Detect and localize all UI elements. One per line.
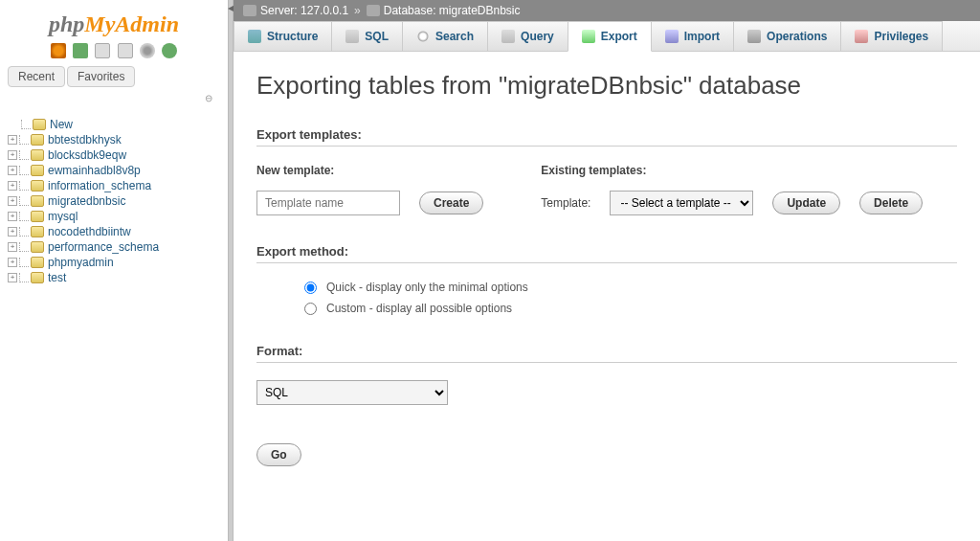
- tab-operations[interactable]: Operations: [733, 21, 841, 51]
- breadcrumb-server-label: Server:: [260, 4, 298, 17]
- logo-admin: Admin: [115, 11, 179, 36]
- logo-php: php: [49, 11, 84, 36]
- custom-radio[interactable]: [304, 303, 317, 315]
- tab-privileges[interactable]: Privileges: [840, 21, 943, 51]
- tree-new-label: New: [50, 118, 73, 131]
- home-icon[interactable]: [51, 43, 66, 58]
- collapse-icon[interactable]: ⊖: [8, 91, 220, 109]
- delete-button[interactable]: Delete: [859, 192, 923, 214]
- quick-radio[interactable]: [304, 282, 317, 294]
- expand-icon[interactable]: +: [8, 135, 17, 145]
- export-icon: [582, 30, 595, 43]
- tree-db-item[interactable]: +nocodethdbiintw: [8, 224, 220, 239]
- expand-icon[interactable]: +: [8, 227, 17, 237]
- format-title: Format:: [256, 344, 957, 363]
- logo-my: My: [84, 11, 115, 36]
- tree-db-item[interactable]: +phpmyadmin: [8, 255, 220, 270]
- query-icon: [501, 30, 515, 43]
- sidebar: phpMyAdmin Recent Favorites ⊖ New +bbtes…: [0, 0, 228, 541]
- database-icon: [31, 241, 44, 253]
- operations-icon: [747, 30, 761, 43]
- logo[interactable]: phpMyAdmin: [8, 6, 220, 39]
- expand-icon[interactable]: +: [8, 181, 17, 191]
- recent-tab[interactable]: Recent: [8, 66, 65, 87]
- export-templates-title: Export templates:: [256, 127, 957, 147]
- settings-icon[interactable]: [140, 43, 155, 58]
- update-button[interactable]: Update: [772, 192, 840, 214]
- database-icon: [31, 211, 44, 222]
- search-icon: [416, 30, 430, 43]
- tab-query[interactable]: Query: [487, 21, 568, 51]
- breadcrumb: Server: 127.0.0.1 » Database: migrateDBn…: [234, 0, 980, 21]
- expand-icon[interactable]: +: [8, 166, 17, 175]
- database-icon: [31, 134, 44, 146]
- tree-db-item[interactable]: +performance_schema: [8, 239, 220, 255]
- tab-export[interactable]: Export: [568, 21, 652, 52]
- sql-icon: [345, 30, 359, 43]
- tree-db-item[interactable]: +mysql: [8, 209, 220, 224]
- expand-icon[interactable]: +: [8, 242, 17, 252]
- structure-icon: [248, 30, 261, 43]
- expand-icon[interactable]: +: [8, 258, 17, 267]
- breadcrumb-server-value[interactable]: 127.0.0.1: [301, 4, 348, 17]
- new-template-label: New template:: [256, 164, 483, 177]
- tree-db-item[interactable]: +information_schema: [8, 178, 220, 193]
- tree-db-item[interactable]: +test: [8, 270, 220, 285]
- existing-templates-label: Existing templates:: [541, 164, 923, 177]
- format-select[interactable]: SQL: [256, 380, 448, 405]
- tree-db-item[interactable]: +bbtestdbkhysk: [8, 132, 220, 147]
- tree-db-item[interactable]: +blocksdbk9eqw: [8, 147, 220, 163]
- privileges-icon: [855, 30, 868, 43]
- database-icon: [31, 195, 44, 207]
- favorites-tab[interactable]: Favorites: [67, 66, 135, 87]
- tab-import[interactable]: Import: [651, 21, 734, 51]
- sql-icon[interactable]: [118, 43, 133, 58]
- tabs: Structure SQL Search Query Export Import…: [234, 21, 980, 52]
- content: Exporting tables from "migrateDBnbsic" d…: [234, 52, 980, 541]
- logout-icon[interactable]: [73, 43, 88, 58]
- database-icon: [31, 226, 44, 237]
- template-select[interactable]: -- Select a template --: [610, 191, 753, 215]
- tree-db-item[interactable]: +migratedbnbsic: [8, 193, 220, 209]
- tab-search[interactable]: Search: [402, 21, 488, 51]
- page-title: Exporting tables from "migrateDBnbsic" d…: [256, 71, 957, 101]
- docs-icon[interactable]: [95, 43, 110, 58]
- template-select-label: Template:: [541, 196, 590, 210]
- tree-new[interactable]: New: [8, 117, 220, 132]
- tab-sql[interactable]: SQL: [331, 21, 403, 51]
- expand-icon[interactable]: +: [8, 212, 17, 221]
- expand-icon[interactable]: +: [8, 196, 17, 206]
- sidebar-toolbar: [8, 39, 220, 66]
- server-icon: [243, 5, 256, 16]
- tab-structure[interactable]: Structure: [234, 21, 332, 51]
- main-panel: Server: 127.0.0.1 » Database: migrateDBn…: [234, 0, 980, 541]
- template-name-input[interactable]: [256, 191, 400, 215]
- new-db-icon: [33, 119, 46, 130]
- reload-icon[interactable]: [162, 43, 177, 58]
- expand-icon[interactable]: +: [8, 150, 17, 160]
- go-button[interactable]: Go: [256, 443, 301, 466]
- recent-favorites-tabs: Recent Favorites: [8, 66, 220, 87]
- database-icon: [31, 149, 44, 161]
- breadcrumb-db-label: Database:: [384, 4, 436, 17]
- breadcrumb-db-value[interactable]: migrateDBnbsic: [439, 4, 521, 17]
- tree-db-item[interactable]: +ewmainhadbl8v8p: [8, 163, 220, 178]
- import-icon: [665, 30, 679, 43]
- export-method-title: Export method:: [256, 244, 957, 263]
- database-icon: [31, 180, 44, 192]
- database-icon: [31, 257, 44, 268]
- database-icon: [31, 272, 44, 283]
- export-method-quick[interactable]: Quick - display only the minimal options: [304, 281, 957, 294]
- export-method-custom[interactable]: Custom - display all possible options: [304, 302, 957, 315]
- create-button[interactable]: Create: [419, 192, 483, 214]
- expand-icon[interactable]: +: [8, 273, 17, 282]
- breadcrumb-sep: »: [354, 4, 361, 17]
- database-icon: [31, 165, 44, 176]
- database-icon: [367, 5, 380, 16]
- db-tree: New +bbtestdbkhysk +blocksdbk9eqw +ewmai…: [8, 117, 220, 285]
